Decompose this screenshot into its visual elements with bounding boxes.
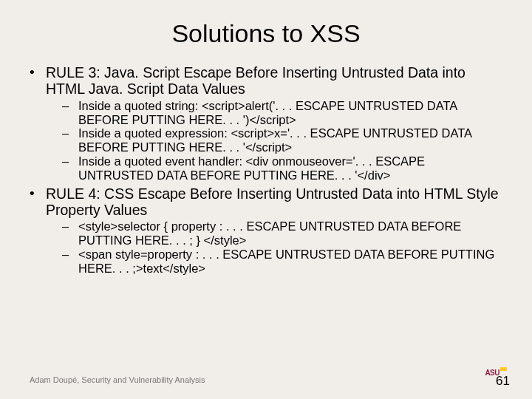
bullet-level2: – Inside a quoted expression: <script>x=… bbox=[62, 126, 502, 154]
bullet-level2: – Inside a quoted event handler: <div on… bbox=[62, 154, 502, 183]
page-number: 61 bbox=[496, 374, 510, 389]
bullet-level1: • RULE 4: CSS Escape Before Inserting Un… bbox=[30, 185, 502, 219]
slide-content: • RULE 3: Java. Script Escape Before Ins… bbox=[0, 64, 532, 276]
bullet-level1: • RULE 3: Java. Script Escape Before Ins… bbox=[30, 64, 502, 98]
dash-icon: – bbox=[62, 248, 78, 276]
dash-icon: – bbox=[62, 126, 78, 154]
bullet-text: <span style=property : . . . ESCAPE UNTR… bbox=[78, 248, 502, 276]
asu-logo-bar-icon bbox=[500, 367, 507, 371]
bullet-text: RULE 3: Java. Script Escape Before Inser… bbox=[46, 64, 502, 98]
bullet-level2: – <style>selector { property : . . . ESC… bbox=[62, 219, 502, 248]
slide-title: Solutions to XSS bbox=[0, 0, 532, 61]
sublist: – Inside a quoted string: <script>alert(… bbox=[62, 99, 502, 183]
bullet-text: Inside a quoted string: <script>alert('.… bbox=[78, 99, 502, 127]
slide: Solutions to XSS • RULE 3: Java. Script … bbox=[0, 0, 532, 399]
dash-icon: – bbox=[62, 219, 78, 248]
bullet-dot-icon: • bbox=[30, 185, 46, 219]
footer-text: Adam Doupé, Security and Vulnerability A… bbox=[30, 375, 205, 384]
bullet-level2: – Inside a quoted string: <script>alert(… bbox=[62, 99, 502, 127]
sublist: – <style>selector { property : . . . ESC… bbox=[62, 219, 502, 275]
bullet-text: Inside a quoted expression: <script>x='.… bbox=[78, 126, 502, 154]
bullet-level2: – <span style=property : . . . ESCAPE UN… bbox=[62, 248, 502, 276]
bullet-text: Inside a quoted event handler: <div onmo… bbox=[78, 154, 502, 183]
bullet-text: RULE 4: CSS Escape Before Inserting Untr… bbox=[46, 185, 502, 219]
bullet-text: <style>selector { property : . . . ESCAP… bbox=[78, 219, 502, 248]
dash-icon: – bbox=[62, 154, 78, 183]
dash-icon: – bbox=[62, 99, 78, 127]
bullet-dot-icon: • bbox=[30, 64, 46, 98]
